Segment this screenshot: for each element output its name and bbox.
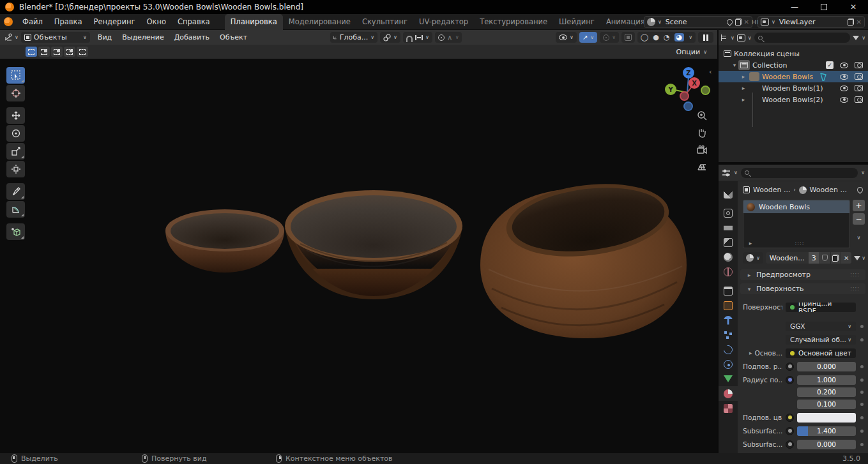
decorator-dot[interactable] (859, 403, 864, 406)
render-visibility-icon[interactable] (855, 85, 863, 91)
menu-view[interactable]: Вид (93, 33, 117, 41)
display-mode-icon[interactable] (737, 34, 745, 41)
value-socket-icon[interactable] (786, 440, 794, 449)
subsurface-ior-field[interactable]: 1.400 (797, 426, 856, 436)
expand-arrow-icon[interactable]: ▸ (740, 73, 747, 80)
tool-rotate[interactable] (6, 125, 25, 142)
fake-user-button[interactable] (819, 252, 830, 264)
slot-specials-dropdown[interactable]: ∨ (853, 232, 865, 243)
tab-material[interactable] (719, 386, 738, 401)
surface-shader-button[interactable]: Принц...й BSDF (786, 303, 856, 312)
decorator-dot[interactable] (859, 325, 864, 328)
pan-hand-icon[interactable] (696, 127, 708, 138)
breadcrumb-object[interactable]: Wooden ... (753, 186, 790, 194)
value-socket-icon[interactable] (786, 427, 794, 435)
pause-render-button[interactable] (698, 32, 713, 43)
menu-edit[interactable]: Правка (49, 17, 88, 26)
value-socket-icon[interactable] (786, 363, 794, 371)
hide-eye-icon[interactable] (840, 63, 848, 68)
editor-type-button[interactable]: ∨ (4, 33, 19, 41)
shading-rendered-icon[interactable]: ◕ (674, 33, 685, 41)
decorator-dot[interactable] (859, 391, 864, 394)
tab-animation[interactable]: Анимация (600, 14, 651, 30)
proportional-editing-controls[interactable]: ∧ ∨ (435, 32, 462, 43)
decorator-dot[interactable] (859, 416, 864, 419)
filter-icon[interactable] (853, 36, 859, 40)
select-mode-extend-button[interactable] (38, 47, 50, 57)
hide-eye-icon[interactable] (840, 74, 848, 80)
tool-cursor[interactable] (6, 85, 25, 101)
zoom-icon[interactable] (696, 110, 708, 121)
expand-arrow-icon[interactable]: ▸ (740, 85, 747, 91)
tab-object-data[interactable] (719, 371, 738, 386)
gizmo-x-axis[interactable]: X (689, 77, 700, 89)
menu-object[interactable]: Объект (215, 33, 252, 41)
scene-selector[interactable]: ∨ Scene ✕ (644, 16, 752, 28)
radius-value-field-1[interactable]: 1.000 (797, 375, 856, 385)
pin-icon[interactable] (726, 18, 734, 26)
outliner-row-scene-collection[interactable]: Коллекция сцены (719, 48, 868, 59)
browse-material-button[interactable]: ∨ (743, 252, 763, 264)
expand-arrow-icon[interactable]: ▸ (747, 240, 754, 246)
hide-eye-icon[interactable] (840, 86, 848, 91)
subsurface-method-dropdown[interactable]: Случайный об...∨ (786, 335, 856, 345)
properties-editor-icon[interactable] (722, 169, 731, 177)
decorator-dot[interactable] (859, 430, 864, 433)
shading-material-icon[interactable]: ◔ (664, 34, 670, 41)
tab-tool[interactable] (719, 186, 738, 201)
gizmo-x-neg-axis[interactable] (680, 91, 689, 101)
tool-measure[interactable] (6, 201, 25, 218)
shading-wireframe-icon[interactable]: ◯ (641, 34, 648, 41)
close-button[interactable]: ✕ (839, 0, 868, 14)
tab-object[interactable] (719, 298, 738, 313)
expand-arrow-icon[interactable]: ▸ (749, 350, 752, 356)
material-specials-dropdown[interactable]: ∨ (854, 255, 865, 261)
pin-icon[interactable] (856, 186, 864, 194)
properties-search-input[interactable] (741, 168, 858, 178)
render-visibility-icon[interactable] (855, 73, 863, 80)
panel-preview[interactable]: ▸ Предпросмотр :::: (740, 269, 865, 280)
new-material-button[interactable] (830, 252, 841, 264)
expand-arrow-icon[interactable]: ▸ (740, 96, 747, 103)
panel-surface[interactable]: ▾ Поверхность :::: (740, 283, 865, 294)
tab-output[interactable] (719, 220, 738, 235)
chevron-down-icon[interactable]: ∨ (861, 170, 865, 176)
material-name-field[interactable]: Wooden... 3 ✕ (766, 252, 851, 264)
options-dropdown[interactable]: Опции ∨ (671, 48, 713, 56)
minimize-button[interactable]: — (780, 0, 809, 14)
tab-texture-paint[interactable]: Текстурирование (474, 14, 553, 30)
tab-sculpting[interactable]: Скульптинг (356, 14, 413, 30)
grip-handle[interactable]: :::: (850, 286, 860, 292)
decorator-dot[interactable] (859, 365, 864, 368)
select-mode-invert-button[interactable] (64, 47, 75, 57)
outliner-row-collection[interactable]: ▾ Collection ✓ (719, 59, 868, 71)
menu-add[interactable]: Добавить (169, 33, 215, 41)
tab-world[interactable] (719, 264, 738, 279)
hide-eye-icon[interactable] (840, 97, 848, 103)
sidebar-collapse-arrow[interactable]: ‹ (709, 68, 712, 76)
tab-constraints[interactable] (719, 357, 738, 371)
color-socket-icon[interactable] (786, 414, 794, 422)
base-color-button[interactable]: Основной цвет (786, 348, 856, 358)
restore-button[interactable] (809, 0, 839, 14)
subsurface-value-field[interactable]: 0.000 (797, 362, 856, 371)
tool-move[interactable] (6, 107, 25, 124)
new-scene-icon[interactable] (735, 19, 742, 26)
object-visibility-dropdown[interactable]: ∨ (556, 32, 577, 43)
remove-view-layer-icon[interactable]: ✕ (857, 19, 862, 26)
menu-help[interactable]: Справка (172, 17, 216, 26)
grip-handle[interactable]: :::: (850, 272, 860, 278)
tab-collection[interactable] (719, 283, 738, 298)
mode-dropdown[interactable]: Объекты ∨ (21, 32, 90, 43)
tab-render[interactable] (719, 206, 738, 220)
tool-add-cube[interactable] (6, 223, 25, 240)
xray-toggle[interactable] (621, 32, 635, 43)
material-users-count[interactable]: 3 (809, 252, 819, 264)
tool-select-box[interactable] (6, 67, 25, 84)
view-layer-selector[interactable]: ∨ ViewLayer ✕ (758, 16, 865, 28)
overlays-toggle[interactable]: ∨ (600, 32, 619, 43)
subsurface-color-swatch[interactable] (797, 413, 856, 423)
vector-socket-icon[interactable] (786, 376, 794, 384)
radius-value-field-3[interactable]: 0.100 (797, 400, 856, 409)
select-mode-intersect-button[interactable] (77, 47, 88, 57)
